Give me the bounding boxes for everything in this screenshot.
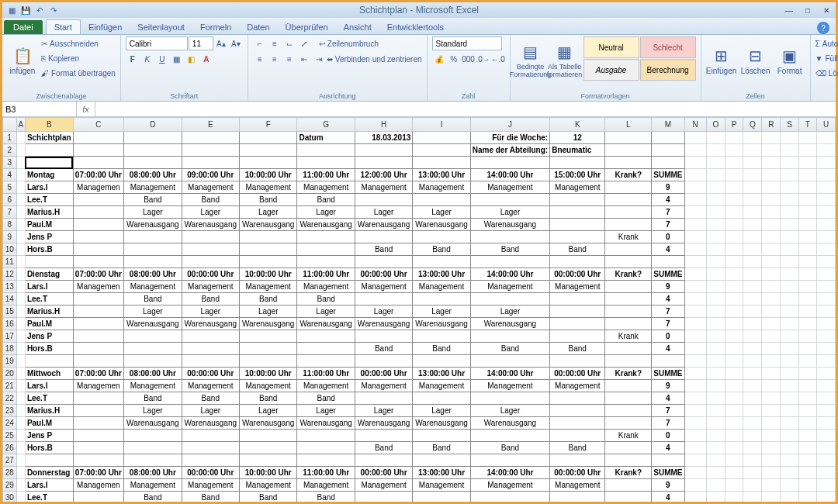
row-header[interactable]: 9 xyxy=(3,231,17,243)
task-cell[interactable]: Lager xyxy=(124,306,182,318)
cell[interactable] xyxy=(743,318,762,330)
staff-name[interactable]: Marius.H xyxy=(25,405,73,417)
cell[interactable] xyxy=(73,132,124,144)
cell[interactable] xyxy=(25,355,73,368)
cell[interactable] xyxy=(16,343,25,355)
cell[interactable] xyxy=(297,157,355,169)
cell[interactable] xyxy=(16,454,25,467)
time-header[interactable]: 07:00:00 Uhr xyxy=(73,268,124,281)
cell[interactable] xyxy=(684,330,706,343)
cell[interactable] xyxy=(817,306,836,318)
row-header[interactable]: 3 xyxy=(3,157,17,169)
cell[interactable] xyxy=(605,256,652,268)
currency-icon[interactable]: 💰 xyxy=(432,52,446,66)
col-header-S[interactable]: S xyxy=(781,118,799,132)
time-header[interactable]: 10:00:00 Uhr xyxy=(240,268,297,281)
style-berechnung[interactable]: Berechnung xyxy=(640,59,696,81)
cell[interactable] xyxy=(297,430,355,442)
tab-start[interactable]: Start xyxy=(46,19,81,34)
col-header-B[interactable]: B xyxy=(25,118,73,132)
time-header[interactable]: 08:00:00 Uhr xyxy=(124,368,182,380)
cell[interactable] xyxy=(817,293,836,306)
task-cell[interactable]: Management xyxy=(470,479,549,492)
cell[interactable] xyxy=(706,430,725,442)
task-cell[interactable]: Warenausgang xyxy=(355,318,412,330)
col-header-I[interactable]: I xyxy=(413,118,470,132)
staff-name[interactable]: Hors.B xyxy=(25,442,73,454)
cell[interactable] xyxy=(743,281,762,293)
cell[interactable] xyxy=(16,430,25,442)
cell[interactable] xyxy=(73,330,124,343)
cell[interactable] xyxy=(73,392,124,405)
cell[interactable] xyxy=(781,231,799,243)
cell[interactable] xyxy=(743,206,762,219)
task-cell[interactable]: Band xyxy=(182,492,239,502)
cell[interactable] xyxy=(706,306,725,318)
align-top-icon[interactable]: ⌐ xyxy=(253,36,267,50)
excel-icon[interactable]: ▦ xyxy=(5,4,18,16)
cell[interactable] xyxy=(762,206,781,219)
col-header-P[interactable]: P xyxy=(725,118,743,132)
cell[interactable] xyxy=(684,144,706,157)
cell[interactable] xyxy=(182,132,239,144)
summe-header[interactable]: SUMME xyxy=(652,467,684,479)
task-cell[interactable]: Warenausgang xyxy=(182,219,239,231)
krank-header[interactable]: Krank? xyxy=(605,268,652,281)
cell[interactable] xyxy=(798,169,816,181)
cell[interactable] xyxy=(605,281,652,293)
close-button[interactable]: ✕ xyxy=(817,4,836,16)
task-cell[interactable]: Warenausgang xyxy=(413,219,470,231)
time-header[interactable]: 10:00:00 Uhr xyxy=(240,467,297,479)
time-header[interactable]: 00:00:00 Uhr xyxy=(550,268,605,281)
task-cell[interactable]: Lager xyxy=(182,405,239,417)
cell[interactable] xyxy=(16,368,25,380)
cell[interactable] xyxy=(470,256,549,268)
task-cell[interactable]: Lager xyxy=(355,206,412,219)
sum-cell[interactable]: 0 xyxy=(652,231,684,243)
task-cell[interactable]: Management xyxy=(124,281,182,293)
task-cell[interactable]: Management xyxy=(355,181,412,194)
cell[interactable] xyxy=(605,293,652,306)
value-datum[interactable]: 18.03.2013 xyxy=(355,132,412,144)
cell[interactable] xyxy=(16,318,25,330)
cell[interactable] xyxy=(743,293,762,306)
cell[interactable] xyxy=(73,256,124,268)
cell[interactable] xyxy=(706,144,725,157)
cell[interactable] xyxy=(684,405,706,417)
cell[interactable] xyxy=(16,330,25,343)
cell[interactable] xyxy=(706,256,725,268)
cell[interactable] xyxy=(743,442,762,454)
cell[interactable] xyxy=(743,268,762,281)
cell[interactable] xyxy=(706,330,725,343)
cell[interactable] xyxy=(743,330,762,343)
cell[interactable] xyxy=(550,318,605,330)
value-woche[interactable]: 12 xyxy=(550,132,605,144)
font-color-button[interactable]: A xyxy=(199,52,213,66)
cell[interactable] xyxy=(240,330,297,343)
cell[interactable] xyxy=(798,306,816,318)
cell[interactable] xyxy=(16,157,25,169)
staff-name[interactable]: Lee.T xyxy=(25,194,73,206)
task-cell[interactable]: Warenausgang xyxy=(240,318,297,330)
cell[interactable] xyxy=(240,132,297,144)
cell[interactable] xyxy=(706,467,725,479)
task-cell[interactable]: Band xyxy=(413,343,470,355)
row-header[interactable]: 23 xyxy=(3,405,17,417)
name-box[interactable]: B3 xyxy=(2,102,77,116)
col-header-N[interactable]: N xyxy=(684,118,706,132)
sum-cell[interactable]: 4 xyxy=(652,442,684,454)
task-cell[interactable]: Management xyxy=(550,181,605,194)
align-right-icon[interactable]: ≡ xyxy=(282,52,296,66)
cell[interactable] xyxy=(725,343,743,355)
staff-name[interactable]: Paul.M xyxy=(25,318,73,330)
cell[interactable] xyxy=(725,132,743,144)
time-header[interactable]: 00:00:00 Uhr xyxy=(550,368,605,380)
insert-cells-button[interactable]: ⊞Einfügen xyxy=(706,36,737,85)
cell[interactable] xyxy=(550,392,605,405)
cell[interactable] xyxy=(182,256,239,268)
cell[interactable] xyxy=(297,243,355,256)
cell[interactable] xyxy=(743,132,762,144)
task-cell[interactable]: Warenausgang xyxy=(297,417,355,430)
sum-cell[interactable]: 4 xyxy=(652,194,684,206)
cell[interactable] xyxy=(781,293,799,306)
